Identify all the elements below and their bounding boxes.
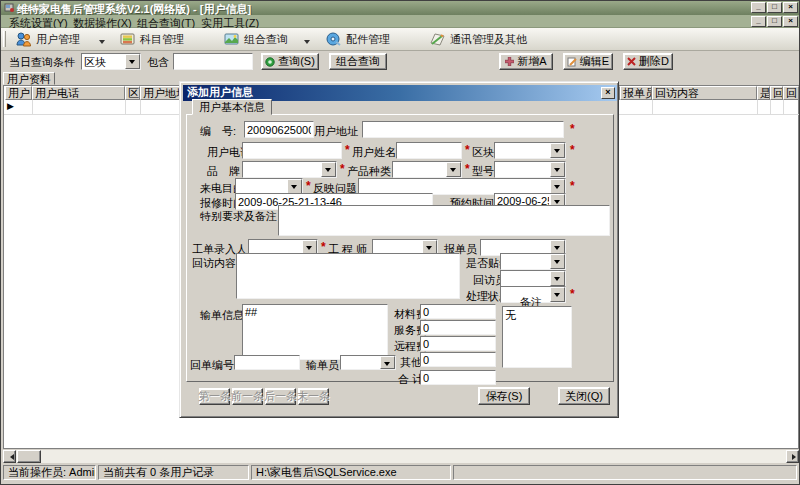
prev-record-button[interactable]: 前一条 bbox=[232, 388, 263, 405]
grid-header-phone[interactable]: 用户电话 bbox=[32, 86, 125, 100]
subject-management-button[interactable]: 科目管理 bbox=[115, 29, 188, 49]
address-input[interactable] bbox=[362, 121, 564, 138]
last-record-button[interactable]: 末一条 bbox=[298, 388, 329, 405]
service-fee-input[interactable] bbox=[420, 320, 496, 335]
product-type-combo[interactable] bbox=[392, 161, 462, 178]
chevron-down-icon[interactable] bbox=[550, 271, 565, 286]
first-record-button[interactable]: 第一条 bbox=[199, 388, 230, 405]
child-restore-button[interactable]: □ bbox=[767, 16, 782, 27]
query-condition-combo[interactable]: 区块 bbox=[81, 53, 141, 70]
district-combo[interactable] bbox=[494, 142, 566, 159]
dialog-close-icon[interactable]: × bbox=[601, 87, 615, 99]
tab-user-data[interactable]: 用户资料 bbox=[3, 72, 55, 85]
chevron-down-icon[interactable] bbox=[550, 287, 565, 302]
chevron-down-icon[interactable] bbox=[550, 162, 565, 177]
grid-header-user[interactable]: 用户 bbox=[5, 86, 32, 100]
grid-header-visit1[interactable]: 回 bbox=[770, 86, 783, 100]
chevron-down-icon[interactable] bbox=[550, 143, 565, 158]
parts-management-label: 配件管理 bbox=[346, 32, 390, 47]
order-clerk-combo[interactable] bbox=[340, 355, 396, 370]
minimize-button[interactable]: _ bbox=[751, 2, 766, 13]
search-button[interactable]: 查询(S) bbox=[261, 53, 319, 70]
name-input[interactable] bbox=[396, 142, 462, 159]
scroll-left-button[interactable] bbox=[3, 450, 16, 463]
combo-query-dropdown-icon[interactable] bbox=[304, 37, 311, 42]
parts-icon bbox=[325, 31, 342, 47]
app-icon bbox=[4, 2, 15, 13]
chevron-down-icon[interactable] bbox=[446, 162, 461, 177]
brand-combo[interactable] bbox=[242, 161, 337, 178]
add-button[interactable]: 新增A bbox=[499, 53, 553, 70]
query-keyword-input[interactable] bbox=[173, 53, 253, 70]
grid-col-line bbox=[140, 100, 141, 114]
toolbar-grip bbox=[3, 31, 6, 47]
other-fee-input[interactable] bbox=[420, 352, 496, 367]
required-icon: * bbox=[570, 143, 575, 157]
combo-query-button[interactable]: 组合查询 bbox=[329, 53, 387, 70]
child-close-button[interactable]: × bbox=[783, 16, 798, 27]
grid-header-visit2[interactable]: 回 bbox=[783, 86, 799, 100]
delete-button-label: 删除D bbox=[639, 54, 669, 69]
product-type-label: 产品种类 bbox=[347, 164, 391, 179]
order-info-label: 输单信息 bbox=[200, 308, 244, 323]
chevron-down-icon[interactable] bbox=[380, 356, 395, 369]
total-input[interactable] bbox=[420, 370, 496, 385]
chevron-down-icon[interactable] bbox=[550, 179, 565, 194]
required-icon: * bbox=[465, 162, 470, 176]
grid-header-reporter[interactable]: 报单员 bbox=[620, 86, 652, 100]
horizontal-scrollbar[interactable] bbox=[3, 450, 799, 463]
grid-col-line bbox=[770, 100, 771, 114]
serial-input[interactable] bbox=[244, 121, 314, 138]
close-button[interactable]: × bbox=[783, 2, 798, 13]
note-textarea[interactable]: 无 bbox=[502, 306, 572, 368]
grid-header-visit-content[interactable]: 回访内容 bbox=[652, 86, 757, 100]
chevron-down-icon[interactable] bbox=[287, 179, 302, 194]
edit-button[interactable]: 编辑E bbox=[563, 53, 613, 70]
visit-content-textarea[interactable] bbox=[236, 253, 460, 299]
status-record-count: 当前共有 0 条用户记录 bbox=[98, 465, 249, 480]
query-condition-label: 当日查询条件 bbox=[9, 55, 75, 70]
subjects-icon bbox=[119, 31, 136, 47]
dialog-title: 添加用户信息 bbox=[187, 86, 253, 98]
grid-header-district[interactable]: 区 bbox=[125, 86, 140, 100]
combo-query-toolbar-button[interactable]: 组合查询 bbox=[219, 29, 292, 49]
model-combo[interactable] bbox=[494, 161, 566, 178]
grid-col-line bbox=[125, 100, 126, 114]
required-icon: * bbox=[306, 179, 311, 193]
sticker-combo[interactable] bbox=[500, 253, 566, 270]
user-management-dropdown-icon[interactable] bbox=[99, 37, 106, 42]
chevron-down-icon[interactable] bbox=[550, 254, 565, 269]
child-minimize-button[interactable]: _ bbox=[751, 16, 766, 27]
save-button[interactable]: 保存(S) bbox=[478, 387, 530, 405]
dialog-close-button[interactable]: 关闭(Q) bbox=[558, 387, 610, 405]
required-icon: * bbox=[570, 122, 575, 136]
parts-management-button[interactable]: 配件管理 bbox=[321, 29, 394, 49]
delete-button[interactable]: 删除D bbox=[623, 53, 673, 70]
special-note-textarea[interactable] bbox=[278, 205, 610, 236]
query-condition-value: 区块 bbox=[84, 55, 124, 70]
receipt-no-input[interactable] bbox=[234, 355, 300, 370]
restore-button[interactable]: □ bbox=[767, 2, 782, 13]
visit-content-label: 回访内容 bbox=[192, 256, 236, 271]
phone-input[interactable] bbox=[242, 142, 342, 159]
add-icon bbox=[505, 57, 514, 66]
chevron-down-icon[interactable] bbox=[125, 54, 140, 69]
communication-management-label: 通讯管理及其他 bbox=[450, 32, 527, 47]
pen-paper-icon bbox=[429, 31, 446, 47]
edit-button-label: 编辑E bbox=[580, 54, 609, 69]
remote-fee-input[interactable] bbox=[420, 336, 496, 351]
status-empty-panel bbox=[453, 465, 797, 480]
scroll-right-button[interactable] bbox=[786, 450, 799, 463]
visitor-combo[interactable] bbox=[500, 270, 566, 287]
scrollbar-thumb[interactable] bbox=[17, 450, 41, 463]
communication-management-button[interactable]: 通讯管理及其他 bbox=[425, 29, 531, 49]
user-management-button[interactable]: 用户管理 bbox=[11, 29, 84, 49]
grid-header-yes[interactable]: 是 bbox=[757, 86, 770, 100]
add-user-dialog: 添加用户信息 × 用户基本信息 编 号: 用户地址 * 用户电话 * 用户姓名 … bbox=[179, 81, 619, 418]
brand-label: 品 牌 bbox=[207, 164, 240, 179]
chevron-down-icon[interactable] bbox=[321, 162, 336, 177]
dialog-tab-basic-info[interactable]: 用户基本信息 bbox=[192, 99, 272, 115]
next-record-button[interactable]: 后一条 bbox=[265, 388, 296, 405]
order-info-textarea[interactable]: ## bbox=[242, 304, 388, 360]
material-fee-input[interactable] bbox=[420, 304, 496, 319]
